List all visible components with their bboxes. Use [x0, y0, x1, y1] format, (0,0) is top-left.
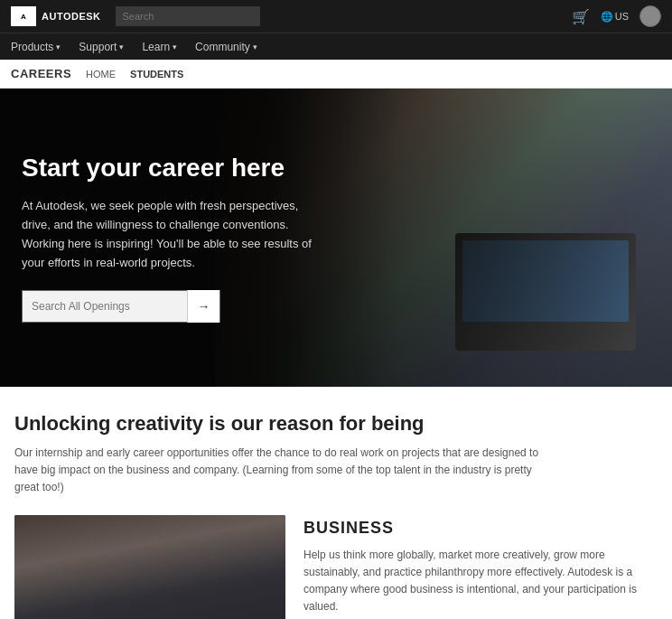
breadcrumb-careers: CAREERS: [11, 67, 71, 80]
business-description: Help us think more globally, market more…: [303, 547, 658, 616]
col-right: BUSINESS Help us think more globally, ma…: [303, 515, 658, 619]
nav-products-label: Products: [11, 41, 53, 53]
section-description: Our internship and early career opportun…: [14, 445, 556, 497]
community-chevron-icon: ▾: [253, 42, 257, 52]
user-avatar[interactable]: [639, 5, 661, 27]
group-photo-overlay: [14, 515, 285, 619]
top-nav: A AUTODESK 🛒 🌐 US: [0, 0, 672, 33]
nav-item-support[interactable]: Support ▾: [79, 41, 124, 53]
region-label: US: [615, 11, 629, 22]
nav-item-learn[interactable]: Learn ▾: [142, 41, 177, 53]
nav-learn-label: Learn: [142, 41, 170, 53]
search-openings-input[interactable]: [23, 300, 187, 313]
top-search-input[interactable]: [116, 6, 260, 26]
content-section: Unlocking creativity is our reason for b…: [0, 387, 672, 619]
business-title: BUSINESS: [303, 519, 658, 538]
hero-description: At Autodesk, we seek people with fresh p…: [22, 197, 329, 272]
logo-box: A: [11, 6, 36, 26]
breadcrumb-students[interactable]: STUDENTS: [130, 69, 183, 80]
globe-region[interactable]: 🌐 US: [601, 11, 629, 23]
arrow-right-icon: →: [198, 299, 210, 314]
search-openings-box: →: [22, 290, 220, 323]
section-title: Unlocking creativity is our reason for b…: [14, 412, 658, 436]
products-chevron-icon: ▾: [56, 42, 61, 52]
cart-icon[interactable]: 🛒: [572, 8, 590, 25]
autodesk-logo[interactable]: A AUTODESK: [11, 6, 101, 26]
logo-text: AUTODESK: [42, 11, 101, 22]
top-nav-icons: 🛒 🌐 US: [572, 5, 661, 27]
group-photo: [14, 515, 285, 619]
nav-item-products[interactable]: Products ▾: [11, 41, 61, 53]
learn-chevron-icon: ▾: [173, 42, 177, 52]
hero-title: Start your career here: [22, 153, 348, 183]
hero-content: Start your career here At Autodesk, we s…: [0, 89, 369, 387]
breadcrumb-bar: CAREERS HOME STUDENTS: [0, 60, 672, 89]
nav-community-label: Community: [195, 41, 250, 53]
nav-support-label: Support: [79, 41, 117, 53]
secondary-nav: Products ▾ Support ▾ Learn ▾ Community ▾: [0, 33, 672, 60]
support-chevron-icon: ▾: [119, 42, 124, 52]
hero-section: Start your career here At Autodesk, we s…: [0, 89, 672, 387]
col-left: [14, 515, 285, 619]
search-openings-button[interactable]: →: [187, 290, 219, 323]
page-frame: A AUTODESK 🛒 🌐 US Products ▾ Support ▾ L…: [0, 0, 672, 619]
two-col-layout: BUSINESS Help us think more globally, ma…: [14, 515, 658, 619]
nav-item-community[interactable]: Community ▾: [195, 41, 257, 53]
globe-icon: 🌐: [601, 11, 613, 23]
breadcrumb-home[interactable]: HOME: [86, 69, 116, 80]
